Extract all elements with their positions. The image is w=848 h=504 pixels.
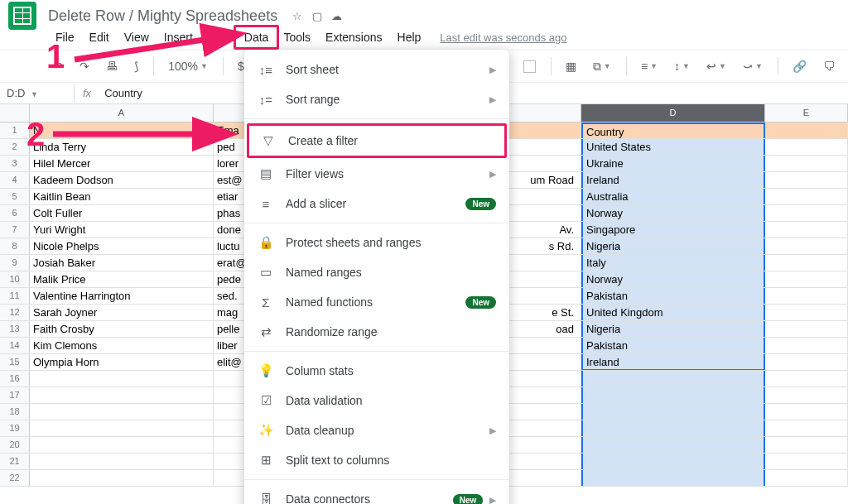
cell[interactable]: [581, 420, 765, 436]
menu-column-stats[interactable]: 💡Column stats: [244, 356, 509, 386]
cell[interactable]: [30, 387, 214, 403]
cell[interactable]: [30, 454, 214, 469]
row-header[interactable]: 14: [0, 338, 30, 353]
menu-extensions[interactable]: Extensions: [318, 27, 389, 47]
merge-button[interactable]: ⧉▼: [588, 56, 616, 77]
cell[interactable]: [765, 371, 848, 386]
cell[interactable]: Colt Fuller: [30, 205, 214, 221]
last-edit-link[interactable]: Last edit was seconds ago: [440, 31, 566, 44]
cell[interactable]: [765, 271, 848, 287]
cell[interactable]: [30, 437, 214, 453]
cell[interactable]: [765, 305, 848, 320]
name-box[interactable]: D:D ▼: [0, 84, 75, 103]
cell[interactable]: [765, 404, 848, 420]
zoom-select[interactable]: 100%▼: [163, 56, 213, 76]
menu-protect[interactable]: 🔒Protect sheets and ranges: [244, 228, 509, 257]
row-header[interactable]: 8: [0, 238, 30, 254]
cell[interactable]: Nigeria: [581, 238, 765, 254]
cell[interactable]: Valentine Harrington: [30, 288, 214, 304]
cell[interactable]: Malik Price: [30, 271, 214, 287]
menu-data-validation[interactable]: ☑Data validation: [244, 386, 509, 415]
menu-data[interactable]: Data: [234, 25, 280, 50]
row-header[interactable]: 1: [0, 122, 30, 138]
cell[interactable]: Yuri Wright: [30, 222, 214, 238]
menu-split-text[interactable]: ⊞Split text to columns: [244, 445, 509, 475]
cell[interactable]: Ukraine: [581, 156, 765, 171]
cloud-icon[interactable]: ☁: [331, 10, 342, 22]
cell[interactable]: [765, 205, 848, 221]
paint-format-icon[interactable]: ⟆: [129, 56, 143, 76]
cell[interactable]: [765, 222, 848, 238]
cell[interactable]: Sarah Joyner: [30, 305, 214, 320]
cell[interactable]: [765, 470, 848, 486]
row-header[interactable]: 18: [0, 404, 30, 420]
cell[interactable]: [765, 139, 848, 155]
cell[interactable]: [30, 470, 214, 486]
cell[interactable]: [581, 437, 765, 453]
cell[interactable]: Hilel Mercer: [30, 156, 214, 171]
cell[interactable]: [765, 338, 848, 353]
cell[interactable]: [765, 420, 848, 436]
cell[interactable]: Norway: [581, 205, 765, 221]
menu-create-filter[interactable]: ▽Create a filter: [247, 123, 507, 158]
cell[interactable]: [581, 371, 765, 386]
select-all-corner[interactable]: [0, 104, 30, 122]
cell[interactable]: Singapore: [581, 222, 765, 238]
row-header[interactable]: 6: [0, 205, 30, 221]
formula-input[interactable]: Country: [99, 87, 142, 99]
cell[interactable]: [765, 288, 848, 304]
cell[interactable]: [30, 404, 214, 420]
cell[interactable]: Josiah Baker: [30, 255, 214, 271]
row-header[interactable]: 21: [0, 454, 30, 469]
cell[interactable]: Ireland: [581, 172, 765, 188]
cell[interactable]: Nicole Phelps: [30, 238, 214, 254]
row-header[interactable]: 5: [0, 189, 30, 204]
cell[interactable]: Italy: [581, 255, 765, 271]
cell[interactable]: [581, 404, 765, 420]
wrap-button[interactable]: ↩▼: [701, 56, 731, 76]
star-icon[interactable]: ☆: [292, 10, 302, 22]
cell[interactable]: [765, 122, 848, 138]
cell[interactable]: Faith Crosby: [30, 321, 214, 337]
fill-color-button[interactable]: [518, 57, 541, 76]
borders-button[interactable]: ▦: [561, 56, 581, 76]
row-header[interactable]: 20: [0, 437, 30, 453]
valign-button[interactable]: ↕▼: [669, 56, 695, 76]
doc-title[interactable]: Delete Row / Mighty Spreadsheets: [48, 7, 277, 25]
comment-button[interactable]: 🗨: [818, 56, 840, 76]
row-header[interactable]: 2: [0, 139, 30, 155]
row-header[interactable]: 11: [0, 288, 30, 304]
row-header[interactable]: 3: [0, 156, 30, 171]
menu-help[interactable]: Help: [390, 27, 429, 47]
cell[interactable]: Kim Clemons: [30, 338, 214, 353]
row-header[interactable]: 9: [0, 255, 30, 271]
row-header[interactable]: 15: [0, 354, 30, 370]
menu-add-slicer[interactable]: ≡Add a slicerNew: [244, 189, 509, 218]
row-header[interactable]: 10: [0, 271, 30, 287]
row-header[interactable]: 4: [0, 172, 30, 188]
cell[interactable]: Ireland: [581, 354, 765, 370]
cell[interactable]: Olympia Horn: [30, 354, 214, 370]
col-header-d[interactable]: D: [581, 104, 765, 122]
menu-named-functions[interactable]: ΣNamed functionsNew: [244, 287, 509, 317]
cell[interactable]: [765, 172, 848, 188]
row-header[interactable]: 13: [0, 321, 30, 337]
cell[interactable]: [581, 454, 765, 469]
sheets-logo[interactable]: [8, 2, 36, 30]
menu-data-connectors[interactable]: 🗄Data connectors New ▶: [244, 484, 509, 504]
row-header[interactable]: 16: [0, 371, 30, 386]
cell[interactable]: [30, 420, 214, 436]
halign-button[interactable]: ≡▼: [636, 56, 662, 76]
menu-tools[interactable]: Tools: [276, 27, 318, 47]
rotate-button[interactable]: ⤻▼: [738, 56, 768, 76]
link-button[interactable]: 🔗: [788, 56, 812, 76]
cell[interactable]: [765, 454, 848, 469]
cell[interactable]: [581, 470, 765, 486]
cell[interactable]: United States: [581, 139, 765, 155]
cell[interactable]: Pakistan: [581, 338, 765, 353]
row-header[interactable]: 7: [0, 222, 30, 238]
cell[interactable]: [581, 387, 765, 403]
cell[interactable]: Pakistan: [581, 288, 765, 304]
cell[interactable]: [765, 387, 848, 403]
cell[interactable]: Norway: [581, 271, 765, 287]
